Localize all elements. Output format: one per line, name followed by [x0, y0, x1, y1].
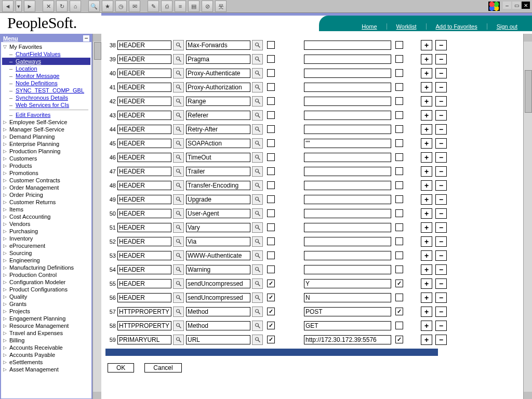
remove-row-button[interactable]: − [435, 307, 447, 317]
mail-icon[interactable]: ✉ [129, 1, 140, 12]
checkbox-1[interactable] [267, 294, 275, 301]
checkbox-2[interactable] [395, 336, 403, 343]
name-input[interactable] [186, 195, 250, 204]
checkbox-2[interactable] [395, 322, 403, 329]
type-input[interactable] [117, 307, 171, 316]
remove-row-button[interactable]: − [435, 110, 447, 121]
value-input[interactable] [304, 251, 391, 260]
value-input[interactable] [304, 223, 391, 232]
checkbox-2[interactable] [395, 69, 403, 77]
add-row-button[interactable]: + [421, 40, 432, 50]
add-row-button[interactable]: + [421, 124, 432, 135]
print-icon[interactable]: ⎙ [161, 1, 172, 12]
lookup-icon[interactable] [173, 110, 184, 121]
nav-item-customers[interactable]: ▷Customers [2, 155, 90, 162]
nav-item-employee-self-service[interactable]: ▷Employee Self-Service [2, 118, 90, 126]
lookup-icon[interactable] [173, 307, 184, 317]
lookup-icon[interactable] [252, 335, 263, 345]
add-row-button[interactable]: + [421, 335, 432, 345]
value-input[interactable] [304, 83, 391, 92]
add-row-button[interactable]: + [421, 110, 432, 121]
add-row-button[interactable]: + [421, 250, 432, 261]
checkbox-1[interactable] [267, 265, 275, 273]
nav-item-vendors[interactable]: ▷Vendors [2, 220, 90, 228]
remove-row-button[interactable]: − [435, 250, 447, 261]
name-input[interactable] [186, 69, 250, 78]
add-row-button[interactable]: + [421, 194, 432, 205]
remove-row-button[interactable]: − [435, 82, 447, 92]
value-input[interactable] [304, 293, 391, 302]
forward-icon[interactable]: ► [24, 1, 35, 12]
value-input[interactable] [304, 321, 391, 330]
remove-row-button[interactable]: − [435, 194, 447, 205]
nav-sub-web-services-for-cis[interactable]: –Web Services for CIs [2, 101, 90, 109]
checkbox-1[interactable] [267, 223, 275, 231]
name-input[interactable] [186, 97, 250, 106]
lookup-icon[interactable] [173, 250, 184, 261]
type-input[interactable] [117, 293, 171, 302]
name-input[interactable] [186, 41, 250, 50]
lookup-icon[interactable] [252, 110, 263, 121]
nav-sub-sync-test-comp-gbl[interactable]: –SYNC_TEST_COMP_GBL [2, 87, 90, 94]
value-input[interactable] [304, 265, 391, 274]
name-input[interactable] [186, 55, 250, 64]
lookup-icon[interactable] [252, 68, 263, 78]
lookup-icon[interactable] [252, 40, 263, 50]
history-icon[interactable]: ◷ [115, 1, 127, 12]
lookup-icon[interactable] [173, 96, 184, 107]
checkbox-1[interactable] [267, 41, 275, 49]
nav-item-accounts-payable[interactable]: ▷Accounts Payable [2, 351, 90, 358]
type-input[interactable] [117, 69, 171, 78]
value-input[interactable] [304, 111, 391, 120]
messenger-icon[interactable]: 웃 [215, 1, 227, 12]
checkbox-1[interactable] [267, 308, 275, 315]
value-input[interactable] [304, 279, 391, 288]
checkbox-2[interactable] [395, 294, 403, 301]
lookup-icon[interactable] [173, 264, 184, 275]
lookup-icon[interactable] [252, 264, 263, 275]
menu-title[interactable]: Menu – [1, 35, 91, 42]
checkbox-2[interactable] [395, 195, 403, 203]
value-input[interactable] [304, 139, 391, 148]
name-input[interactable] [186, 125, 250, 134]
value-input[interactable] [304, 69, 391, 78]
checkbox-2[interactable] [395, 55, 403, 63]
cancel-button[interactable]: Cancel [144, 363, 181, 373]
lookup-icon[interactable] [252, 152, 263, 163]
name-input[interactable] [186, 83, 250, 92]
ok-button[interactable]: OK [108, 363, 134, 373]
name-input[interactable] [186, 139, 250, 148]
type-input[interactable] [117, 181, 171, 190]
header-link-add-to-favorites[interactable]: Add to Favorites [426, 23, 487, 30]
add-row-button[interactable]: + [421, 292, 432, 303]
type-input[interactable] [117, 195, 171, 204]
checkbox-2[interactable] [395, 111, 403, 119]
back-icon[interactable]: ◄ [2, 1, 14, 12]
remove-row-button[interactable]: − [435, 321, 447, 331]
checkbox-1[interactable] [267, 55, 275, 63]
checkbox-1[interactable] [267, 69, 275, 77]
nav-sub-synchronous-details[interactable]: –Synchronous Details [2, 94, 90, 101]
type-input[interactable] [117, 125, 171, 134]
value-input[interactable] [304, 181, 391, 190]
lookup-icon[interactable] [252, 54, 263, 64]
lookup-icon[interactable] [173, 124, 184, 135]
type-input[interactable] [117, 223, 171, 232]
remove-row-button[interactable]: − [435, 278, 447, 289]
value-input[interactable] [304, 153, 391, 162]
checkbox-1[interactable] [267, 280, 275, 287]
nav-item-quality[interactable]: ▷Quality [2, 293, 90, 300]
nav-sub-node-definitions[interactable]: –Node Definitions [2, 79, 90, 87]
nav-item-sourcing[interactable]: ▷Sourcing [2, 249, 90, 257]
lookup-icon[interactable] [173, 292, 184, 303]
collapse-icon[interactable]: – [83, 35, 89, 42]
remove-row-button[interactable]: − [435, 208, 447, 219]
checkbox-1[interactable] [267, 111, 275, 119]
value-input[interactable] [304, 237, 391, 246]
nav-item-engagement-planning[interactable]: ▷Engagement Planning [2, 315, 90, 322]
value-input[interactable] [304, 167, 391, 176]
lookup-icon[interactable] [173, 335, 184, 345]
checkbox-1[interactable] [267, 83, 275, 91]
name-input[interactable] [186, 265, 250, 274]
type-input[interactable] [117, 41, 171, 50]
